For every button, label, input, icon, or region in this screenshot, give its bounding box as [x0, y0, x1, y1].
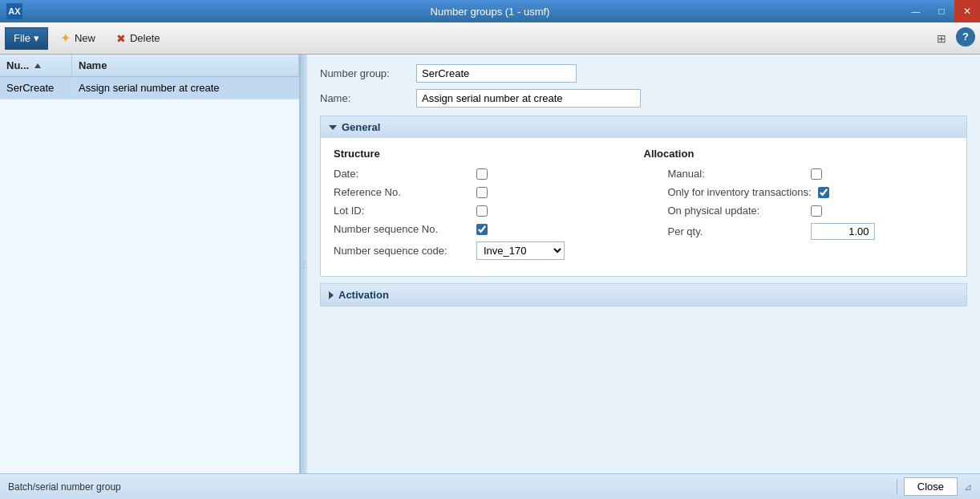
- minimize-button[interactable]: [903, 0, 929, 22]
- per-qty-label: Per qty.: [668, 225, 804, 237]
- reference-no-label: Reference No.: [334, 186, 470, 198]
- right-panel: Number group: Name: General Structure Al…: [307, 55, 980, 473]
- window-title: Number groups (1 - usmf): [431, 6, 550, 18]
- resize-corner-icon: ⊿: [964, 481, 972, 493]
- lot-id-checkbox[interactable]: [476, 205, 488, 217]
- status-bar: Batch/serial number group Close ⊿: [0, 473, 980, 499]
- resize-handle[interactable]: ⋮: [301, 55, 307, 473]
- view-icon-button[interactable]: ⊞: [930, 27, 953, 50]
- col-header-num: Nu...: [0, 55, 72, 76]
- lot-id-label: Lot ID:: [334, 205, 470, 217]
- manual-checkbox[interactable]: [811, 168, 822, 180]
- list-cell-num: SerCreate: [0, 77, 72, 99]
- status-text: Batch/serial number group: [8, 481, 121, 493]
- list-cell-name: Assign serial number at create: [72, 77, 299, 99]
- general-section: General Structure Allocation Date:: [320, 116, 967, 277]
- activation-section-header[interactable]: Activation: [321, 284, 966, 306]
- number-seq-code-select[interactable]: Inve_170: [476, 241, 565, 260]
- structure-title: Structure: [334, 148, 644, 160]
- close-button[interactable]: [954, 0, 980, 22]
- number-seq-code-label: Number sequence code:: [334, 245, 470, 257]
- number-seq-no-checkbox[interactable]: [476, 224, 488, 235]
- name-row: Name:: [320, 89, 967, 108]
- on-physical-update-label: On physical update:: [668, 205, 804, 217]
- structure-col: Date: Reference No. Lot ID: Number: [334, 168, 620, 266]
- maximize-button[interactable]: [929, 0, 954, 22]
- number-seq-no-label: Number sequence No.: [334, 223, 470, 235]
- new-button[interactable]: ✦ New: [51, 27, 104, 50]
- number-seq-code-field-row: Number sequence code: Inve_170: [334, 241, 620, 260]
- title-bar: AX Number groups (1 - usmf): [0, 0, 980, 22]
- manual-label: Manual:: [668, 168, 804, 180]
- file-button[interactable]: File ▾: [5, 27, 48, 50]
- list-item[interactable]: SerCreate Assign serial number at create: [0, 77, 299, 99]
- app-logo: AX: [6, 3, 22, 19]
- left-panel: Nu... Name SerCreate Assign serial numbe…: [0, 55, 301, 473]
- file-chevron: ▾: [34, 32, 39, 44]
- window-controls: [903, 0, 980, 22]
- number-seq-no-field-row: Number sequence No.: [334, 223, 620, 235]
- number-group-row: Number group:: [320, 64, 967, 83]
- per-qty-field-row: Per qty.: [668, 223, 954, 240]
- lot-id-field-row: Lot ID:: [334, 205, 620, 217]
- reference-no-checkbox[interactable]: [476, 187, 488, 198]
- new-icon: ✦: [60, 30, 71, 46]
- main-content: Nu... Name SerCreate Assign serial numbe…: [0, 55, 980, 473]
- new-label: New: [75, 32, 95, 44]
- activation-chevron-icon: [329, 291, 334, 299]
- delete-label: Delete: [130, 32, 160, 44]
- activation-section: Activation: [320, 283, 967, 306]
- general-chevron-icon: [329, 125, 337, 130]
- general-section-content: Structure Allocation Date: Reference No.: [321, 138, 966, 276]
- allocation-col: Manual: Only for inventory transactions:…: [668, 168, 954, 266]
- activation-section-title: Activation: [338, 289, 389, 301]
- on-physical-update-checkbox[interactable]: [811, 205, 822, 217]
- name-label: Name:: [320, 92, 416, 104]
- date-field-row: Date:: [334, 168, 620, 180]
- general-section-header[interactable]: General: [321, 116, 966, 138]
- delete-icon: ✖: [116, 32, 126, 45]
- only-inventory-field-row: Only for inventory transactions:: [668, 186, 954, 198]
- on-physical-update-field-row: On physical update:: [668, 205, 954, 217]
- per-qty-input[interactable]: [811, 223, 875, 240]
- date-label: Date:: [334, 168, 470, 180]
- subsection-headers: Structure Allocation: [334, 148, 954, 160]
- only-inventory-label: Only for inventory transactions:: [668, 186, 812, 198]
- only-inventory-checkbox[interactable]: [818, 187, 829, 198]
- list-header: Nu... Name: [0, 55, 299, 77]
- close-button-status[interactable]: Close: [904, 477, 958, 496]
- number-group-input[interactable]: [416, 64, 577, 83]
- sort-asc-icon: [34, 63, 41, 68]
- help-button[interactable]: ?: [956, 27, 975, 47]
- name-input[interactable]: [416, 89, 641, 108]
- toolbar: File ▾ ✦ New ✖ Delete ⊞ ?: [0, 22, 980, 55]
- reference-no-field-row: Reference No.: [334, 186, 620, 198]
- date-checkbox[interactable]: [476, 168, 488, 180]
- fields-grid: Date: Reference No. Lot ID: Number: [334, 168, 954, 266]
- manual-field-row: Manual:: [668, 168, 954, 180]
- status-divider: [897, 479, 897, 495]
- col-header-name: Name: [72, 55, 299, 76]
- status-right: Close ⊿: [897, 477, 972, 496]
- number-group-label: Number group:: [320, 67, 416, 79]
- list-body: SerCreate Assign serial number at create: [0, 77, 299, 473]
- toolbar-right-icons: ⊞ ?: [930, 27, 975, 50]
- allocation-title: Allocation: [644, 148, 954, 160]
- general-section-title: General: [342, 121, 380, 133]
- file-label: File: [14, 32, 30, 44]
- delete-button[interactable]: ✖ Delete: [107, 27, 169, 50]
